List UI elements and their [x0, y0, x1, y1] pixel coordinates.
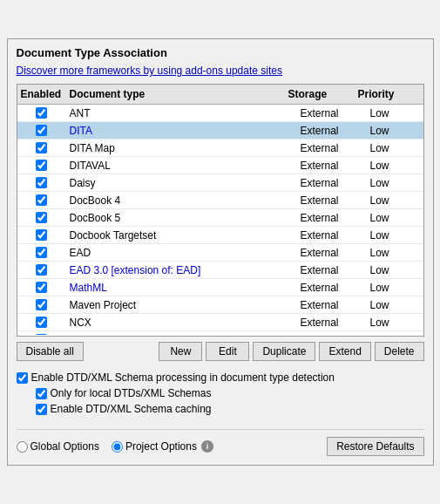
- enable-caching-checkbox[interactable]: [36, 404, 47, 415]
- storage-cell: External: [297, 176, 367, 190]
- priority-cell: Low: [367, 176, 423, 190]
- priority-cell: Low: [367, 159, 423, 173]
- restore-defaults-button[interactable]: Restore Defaults: [327, 437, 423, 456]
- storage-cell: External: [297, 246, 367, 260]
- enabled-cell: [17, 176, 66, 189]
- priority-cell: Low: [367, 106, 423, 120]
- table-row[interactable]: MathMLExternalLow: [17, 279, 423, 296]
- doc-type-cell: DITAVAL: [66, 159, 297, 173]
- row-checkbox[interactable]: [36, 160, 47, 171]
- info-icon[interactable]: i: [201, 440, 213, 453]
- doc-type-cell: Docbook Targetset: [66, 228, 297, 242]
- only-local-checkbox[interactable]: [36, 388, 47, 399]
- enabled-cell: [17, 194, 66, 207]
- project-options-item: Project Options i: [112, 440, 213, 453]
- row-checkbox[interactable]: [36, 299, 47, 310]
- row-checkbox[interactable]: [36, 282, 47, 293]
- priority-cell: Low: [367, 211, 423, 225]
- row-checkbox[interactable]: [36, 334, 47, 335]
- row-checkbox[interactable]: [36, 212, 47, 223]
- enabled-cell: [17, 228, 66, 242]
- storage-cell: External: [297, 106, 367, 120]
- enabled-cell: [17, 298, 66, 311]
- doc-type-cell: DITA: [66, 124, 297, 138]
- priority-cell: Low: [367, 281, 423, 295]
- table-row[interactable]: DITAExternalLow: [17, 122, 423, 140]
- doc-type-cell: DocBook 5: [66, 211, 297, 225]
- duplicate-button[interactable]: Duplicate: [253, 342, 315, 361]
- enabled-cell: [17, 124, 66, 137]
- col-enabled: Enabled: [17, 86, 66, 102]
- storage-cell: External: [297, 316, 367, 330]
- table-body: ANTExternalLowDITAExternalLowDITA MapExt…: [17, 105, 423, 335]
- new-button[interactable]: New: [159, 342, 202, 361]
- row-checkbox[interactable]: [36, 264, 47, 276]
- document-type-table: Enabled Document type Storage Priority A…: [17, 84, 424, 337]
- row-checkbox[interactable]: [36, 142, 47, 153]
- enable-dtd-row: Enable DTD/XML Schema processing in docu…: [17, 371, 424, 384]
- doc-type-cell: NVDL: [66, 333, 297, 336]
- doc-type-cell: DocBook 4: [66, 194, 297, 208]
- doc-type-cell: Daisy: [66, 176, 297, 190]
- extend-button[interactable]: Extend: [319, 342, 370, 361]
- edit-button[interactable]: Edit: [206, 342, 249, 361]
- delete-button[interactable]: Delete: [375, 342, 424, 361]
- storage-cell: External: [297, 263, 367, 277]
- row-checkbox[interactable]: [36, 317, 47, 328]
- priority-cell: Low: [367, 263, 423, 277]
- options-radio-group: Global Options Project Options i: [17, 440, 213, 453]
- priority-cell: Low: [367, 246, 423, 260]
- col-doc-type: Document type: [66, 86, 285, 102]
- table-row[interactable]: Docbook TargetsetExternalLow: [17, 227, 423, 244]
- row-checkbox[interactable]: [36, 247, 47, 258]
- enabled-cell: [17, 141, 66, 154]
- disable-all-button[interactable]: Disable all: [17, 342, 84, 361]
- storage-cell: External: [297, 141, 367, 155]
- project-options-radio[interactable]: [112, 441, 123, 453]
- global-options-radio[interactable]: [17, 441, 28, 453]
- table-row[interactable]: DocBook 4ExternalLow: [17, 192, 423, 209]
- table-row[interactable]: DaisyExternalLow: [17, 174, 423, 192]
- discover-frameworks-link[interactable]: Discover more frameworks by using add-on…: [17, 65, 424, 77]
- priority-cell: Low: [367, 333, 423, 336]
- only-local-row: Only for local DTDs/XML Schemas: [36, 387, 424, 399]
- doc-type-cell: EAD 3.0 [extension of: EAD]: [66, 263, 297, 277]
- storage-cell: External: [297, 228, 367, 242]
- project-options-label: Project Options: [125, 440, 197, 453]
- doc-type-cell: Maven Project: [66, 298, 297, 312]
- storage-cell: External: [297, 281, 367, 295]
- table-header: Enabled Document type Storage Priority: [17, 85, 423, 105]
- table-row[interactable]: EADExternalLow: [17, 244, 423, 262]
- table-row[interactable]: DITAVALExternalLow: [17, 157, 423, 174]
- col-priority: Priority: [355, 86, 411, 102]
- table-row[interactable]: ANTExternalLow: [17, 105, 423, 122]
- enabled-cell: [17, 211, 66, 224]
- table-row[interactable]: Maven ProjectExternalLow: [17, 296, 423, 314]
- storage-cell: External: [297, 124, 367, 138]
- enabled-cell: [17, 159, 66, 172]
- table-row[interactable]: DocBook 5ExternalLow: [17, 209, 423, 227]
- table-row[interactable]: EAD 3.0 [extension of: EAD]ExternalLow: [17, 262, 423, 279]
- doc-type-cell: MathML: [66, 281, 297, 295]
- storage-cell: External: [297, 298, 367, 312]
- table-row[interactable]: NVDLExternalLow: [17, 331, 423, 335]
- table-row[interactable]: DITA MapExternalLow: [17, 140, 423, 157]
- only-local-label: Only for local DTDs/XML Schemas: [51, 387, 212, 399]
- priority-cell: Low: [367, 124, 423, 138]
- col-storage: Storage: [285, 86, 355, 102]
- enabled-cell: [17, 333, 66, 335]
- table-row[interactable]: NCXExternalLow: [17, 314, 423, 331]
- row-checkbox[interactable]: [36, 229, 47, 241]
- priority-cell: Low: [367, 228, 423, 242]
- global-options-label: Global Options: [30, 440, 99, 453]
- enable-dtd-checkbox[interactable]: [17, 372, 28, 384]
- enable-caching-label: Enable DTD/XML Schema caching: [51, 403, 212, 415]
- storage-cell: External: [297, 159, 367, 173]
- row-checkbox[interactable]: [36, 107, 47, 119]
- row-checkbox[interactable]: [36, 194, 47, 206]
- row-checkbox[interactable]: [36, 125, 47, 136]
- doc-type-cell: EAD: [66, 246, 297, 260]
- row-checkbox[interactable]: [36, 177, 47, 188]
- enabled-cell: [17, 316, 66, 329]
- doc-type-cell: NCX: [66, 316, 297, 330]
